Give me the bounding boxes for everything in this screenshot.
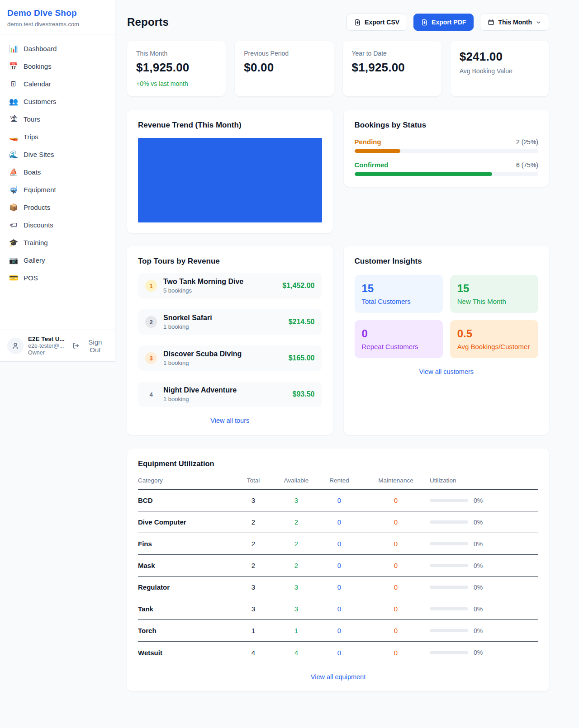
equipment-utilization-title: Equipment Utilization (138, 459, 538, 468)
view-all-tours-link[interactable]: View all tours (210, 417, 249, 424)
maintenance-count: 0 (362, 583, 430, 591)
tour-row[interactable]: 1 Two Tank Morning Dive5 bookings $1,452… (138, 273, 322, 298)
progress-fill (355, 172, 493, 176)
equipment-category: Dive Computer (138, 518, 231, 526)
tile-value: 0.5 (457, 327, 531, 340)
equipment-utilization-card: Equipment Utilization Category Total Ava… (127, 449, 549, 691)
table-row: Fins 2 2 0 0 0% (138, 533, 538, 555)
utilization-percent: 0% (474, 605, 483, 613)
utilization-bar (430, 542, 468, 545)
col-category: Category (138, 477, 231, 484)
available-count: 2 (276, 562, 317, 569)
calendar-icon (488, 19, 494, 26)
sidebar-item-label: POS (24, 274, 38, 282)
credit-card-icon: 💳 (8, 274, 19, 282)
sidebar-item-tours[interactable]: 🏝Tours (4, 110, 111, 128)
sidebar-nav: 📊Dashboard 📅Bookings 🗓Calendar 👥Customer… (0, 34, 115, 330)
tour-row[interactable]: 3 Discover Scuba Diving1 booking $165.00 (138, 345, 322, 371)
maintenance-count: 0 (362, 627, 430, 634)
revenue-trend-title: Revenue Trend (This Month) (138, 121, 322, 130)
available-count: 2 (276, 518, 317, 526)
insights-row: Top Tours by Revenue 1 Two Tank Morning … (127, 246, 549, 435)
rented-count: 0 (317, 649, 362, 657)
tour-row[interactable]: 4 Night Dive Adventure1 booking $93.50 (138, 382, 322, 407)
utilization-bar (430, 607, 468, 610)
top-tours-title: Top Tours by Revenue (138, 257, 322, 266)
sidebar-item-bookings[interactable]: 📅Bookings (4, 57, 111, 75)
sidebar-item-customers[interactable]: 👥Customers (4, 93, 111, 110)
tile-label: Avg Bookings/Customer (457, 343, 531, 350)
tour-bookings: 1 booking (163, 396, 286, 402)
equipment-category: Tank (138, 605, 231, 613)
equipment-category: Mask (138, 562, 231, 569)
sidebar-item-discounts[interactable]: 🏷Discounts (4, 216, 111, 234)
chevron-down-icon (536, 19, 541, 25)
utilization-percent: 0% (474, 584, 483, 591)
sidebar-item-equipment[interactable]: 🤿Equipment (4, 181, 111, 199)
available-count: 3 (276, 496, 317, 504)
tour-name: Snorkel Safari (163, 314, 212, 321)
bookings-calendar-icon: 📅 (8, 62, 19, 71)
sidebar-item-label: Dashboard (24, 45, 57, 52)
period-dropdown[interactable]: This Month (480, 14, 549, 31)
stat-value: $0.00 (244, 61, 324, 75)
wave-icon: 🌊 (8, 150, 19, 159)
stat-label: This Month (136, 50, 217, 57)
sidebar-item-training[interactable]: 🎓Training (4, 234, 111, 251)
user-email: e2e-tester@... (28, 343, 68, 349)
available-count: 2 (276, 540, 317, 548)
equipment-category: Wetsuit (138, 649, 231, 657)
tour-name: Discover Scuba Diving (163, 350, 242, 358)
stat-change: +0% vs last month (136, 80, 217, 87)
export-pdf-button[interactable]: Export PDF (413, 14, 474, 31)
total-count: 2 (231, 540, 276, 548)
sidebar-item-products[interactable]: 📦Products (4, 199, 111, 216)
export-csv-button[interactable]: Export CSV (346, 14, 407, 31)
customer-insights-card: Customer Insights 15 Total Customers 15 … (344, 246, 550, 435)
island-icon: 🏝 (8, 115, 19, 123)
person-icon (11, 342, 19, 350)
sidebar-item-label: Training (24, 239, 48, 246)
sidebar-item-boats[interactable]: ⛵Boats (4, 163, 111, 181)
equipment-category: Regulator (138, 583, 231, 591)
sidebar-item-label: Dive Sites (24, 151, 54, 158)
camera-icon: 📷 (8, 256, 19, 265)
maintenance-count: 0 (362, 518, 430, 526)
view-all-customers-link[interactable]: View all customers (419, 368, 474, 375)
package-icon: 📦 (8, 203, 19, 212)
col-available: Available (276, 477, 317, 484)
sidebar-item-trips[interactable]: 🚤Trips (4, 128, 111, 146)
tile-value: 0 (362, 327, 436, 340)
sidebar-item-label: Products (24, 203, 50, 211)
sidebar-item-calendar[interactable]: 🗓Calendar (4, 75, 111, 93)
status-count: 6 (75%) (516, 161, 538, 169)
header-actions: Export CSV Export PDF This Month (346, 14, 549, 31)
stat-year-to-date: Year to Date $1,925.00 (343, 41, 441, 96)
rented-count: 0 (317, 627, 362, 634)
utilization-percent: 0% (474, 562, 483, 569)
tour-bookings: 5 bookings (163, 287, 276, 294)
main-content: Reports Export CSV Export PDF This Month… (115, 0, 579, 709)
user-meta: E2E Test U... e2e-tester@... Owner (28, 336, 68, 356)
utilization-bar (430, 651, 468, 654)
stat-cards: This Month $1,925.00 +0% vs last month P… (127, 41, 549, 96)
graduation-cap-icon: 🎓 (8, 238, 19, 247)
progress-track (355, 149, 539, 153)
total-count: 3 (231, 496, 276, 504)
table-row: Regulator 3 3 0 0 0% (138, 577, 538, 598)
tour-row[interactable]: 2 Snorkel Safari1 booking $214.50 (138, 309, 322, 335)
total-count: 4 (231, 649, 276, 657)
view-all-equipment-link[interactable]: View all equipment (311, 673, 365, 681)
sidebar-item-pos[interactable]: 💳POS (4, 269, 111, 287)
export-pdf-label: Export PDF (432, 19, 466, 26)
sidebar-item-gallery[interactable]: 📷Gallery (4, 251, 111, 269)
tour-revenue: $165.00 (289, 354, 315, 362)
utilization-percent: 0% (474, 497, 483, 504)
total-count: 2 (231, 562, 276, 569)
tile-repeat-customers: 0 Repeat Customers (355, 320, 443, 358)
calendar-icon: 🗓 (8, 80, 19, 88)
rented-count: 0 (317, 562, 362, 569)
sign-out-button[interactable]: Sign Out (72, 338, 108, 354)
sidebar-item-dashboard[interactable]: 📊Dashboard (4, 40, 111, 57)
sidebar-item-dive-sites[interactable]: 🌊Dive Sites (4, 146, 111, 163)
